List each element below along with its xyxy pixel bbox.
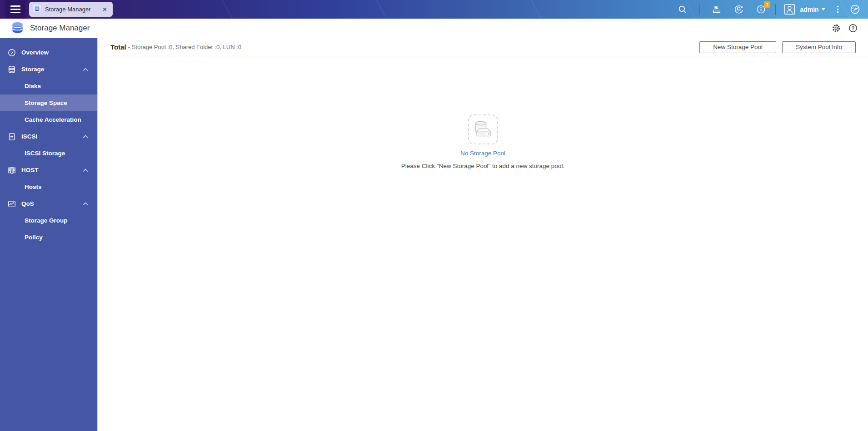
sidebar-item-label: iSCSI: [21, 133, 37, 140]
total-label: Total: [110, 43, 126, 51]
sidebar-item-label: Hosts: [25, 183, 42, 190]
summary-toolbar: Total - Storage Pool : 0 , Shared Folder…: [98, 38, 868, 56]
search-icon[interactable]: [678, 5, 688, 15]
divider: [775, 4, 776, 15]
shared-folder-label: , Shared Folder :: [172, 44, 216, 50]
dashboard-icon[interactable]: [849, 4, 861, 15]
more-options-icon[interactable]: [837, 6, 838, 13]
sidebar-item-label: iSCSI Storage: [25, 150, 65, 157]
sidebar-item-iscsi-storage[interactable]: iSCSI Storage: [0, 145, 97, 162]
shared-folder-count: 0: [216, 44, 219, 50]
main-content: Total - Storage Pool : 0 , Shared Folder…: [98, 38, 868, 431]
qos-chart-icon: [8, 200, 16, 208]
app-header: Storage Manager ?: [0, 19, 868, 38]
no-storage-pool-link[interactable]: No Storage Pool: [98, 150, 868, 157]
system-pool-info-button[interactable]: System Pool Info: [782, 41, 856, 53]
top-bar: Storage Manager ✕ 1: [0, 0, 868, 19]
sidebar-item-hosts[interactable]: Hosts: [0, 178, 97, 195]
storage-pool-label: - Storage Pool :: [128, 44, 169, 50]
sidebar-item-storage-group[interactable]: Storage Group: [0, 212, 97, 229]
app-tab-storage-manager[interactable]: Storage Manager ✕: [29, 2, 113, 17]
notification-refresh-icon[interactable]: [733, 4, 744, 15]
no-storage-pool-icon: [468, 114, 498, 144]
sidebar: Overview Storage Disks Storage Space Cac…: [0, 38, 98, 431]
lun-label: , LUN :: [219, 44, 238, 50]
database-icon: [8, 65, 16, 74]
event-info-icon[interactable]: 1: [756, 4, 766, 15]
sidebar-item-label: Storage: [21, 66, 44, 73]
lun-count: 0: [238, 44, 241, 50]
empty-state-message: Please Click "New Storage Pool" to add a…: [98, 163, 868, 169]
sidebar-item-label: Overview: [21, 49, 49, 56]
tab-label: Storage Manager: [45, 6, 90, 13]
chevron-up-icon[interactable]: [81, 200, 90, 208]
sidebar-item-cache-acceleration[interactable]: Cache Acceleration: [0, 111, 97, 128]
sidebar-item-label: Cache Acceleration: [25, 116, 81, 123]
sidebar-item-label: Policy: [25, 234, 43, 241]
storage-pool-count: 0: [169, 44, 172, 50]
sidebar-item-qos[interactable]: QoS: [0, 195, 97, 212]
main-menu-icon[interactable]: [5, 0, 25, 19]
gear-icon[interactable]: [831, 23, 841, 33]
sidebar-item-policy[interactable]: Policy: [0, 229, 97, 246]
user-menu[interactable]: admin: [800, 6, 818, 13]
help-icon[interactable]: ?: [848, 23, 858, 33]
sidebar-item-label: Storage Group: [25, 217, 68, 224]
page-title: Storage Manager: [30, 24, 90, 33]
sidebar-item-disks[interactable]: Disks: [0, 78, 97, 94]
storage-manager-app-icon: [33, 5, 41, 14]
chevron-up-icon[interactable]: [81, 66, 90, 73]
sidebar-item-storage-space[interactable]: Storage Space: [0, 94, 97, 111]
close-icon[interactable]: ✕: [101, 6, 108, 13]
sidebar-item-iscsi[interactable]: iSCSI: [0, 128, 97, 145]
event-count-badge: 1: [764, 1, 770, 8]
host-racks-icon: [8, 166, 16, 174]
chevron-up-icon[interactable]: [81, 133, 90, 140]
sidebar-item-storage[interactable]: Storage: [0, 61, 97, 78]
background-tasks-icon[interactable]: [712, 5, 722, 15]
gauge-icon: [8, 49, 16, 57]
empty-state: No Storage Pool Please Click "New Storag…: [98, 56, 868, 169]
chevron-up-icon[interactable]: [81, 167, 90, 174]
sidebar-item-label: QoS: [21, 200, 34, 207]
sidebar-item-label: HOST: [21, 167, 39, 173]
sidebar-item-overview[interactable]: Overview: [0, 44, 97, 61]
document-icon: [8, 133, 16, 141]
sidebar-item-label: Disks: [25, 83, 41, 89]
sidebar-item-host[interactable]: HOST: [0, 162, 97, 178]
svg-text:?: ?: [852, 25, 855, 31]
new-storage-pool-button[interactable]: New Storage Pool: [699, 41, 776, 53]
divider: [699, 4, 700, 15]
sidebar-item-label: Storage Space: [25, 99, 67, 106]
storage-manager-header-icon: [11, 21, 24, 36]
chevron-down-icon[interactable]: [822, 8, 825, 10]
user-avatar-icon[interactable]: [784, 4, 795, 15]
